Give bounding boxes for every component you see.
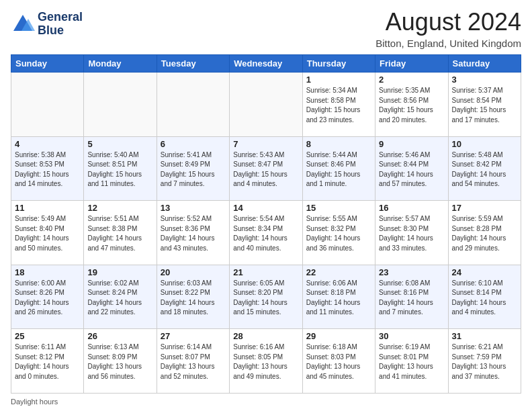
day-info: Sunrise: 6:16 AM Sunset: 8:05 PM Dayligh… [233,342,298,381]
calendar-cell: 9Sunrise: 5:46 AM Sunset: 8:44 PM Daylig… [375,136,448,201]
calendar-week-3: 11Sunrise: 5:49 AM Sunset: 8:40 PM Dayli… [11,201,521,265]
calendar-cell: 8Sunrise: 5:44 AM Sunset: 8:46 PM Daylig… [302,136,375,201]
day-number: 29 [306,331,371,341]
day-info: Sunrise: 5:55 AM Sunset: 8:32 PM Dayligh… [306,214,371,253]
calendar-cell: 28Sunrise: 6:16 AM Sunset: 8:05 PM Dayli… [230,329,302,394]
day-number: 15 [306,203,371,213]
day-number: 3 [452,75,517,85]
daylight-label: Daylight hours [11,398,58,406]
calendar-page: General Blue August 2024 Bitton, England… [0,0,532,411]
calendar-cell [157,73,229,137]
day-info: Sunrise: 6:10 AM Sunset: 8:14 PM Dayligh… [452,279,517,318]
col-wednesday: Wednesday [230,55,302,73]
calendar-cell: 10Sunrise: 5:48 AM Sunset: 8:42 PM Dayli… [448,136,521,201]
calendar-week-1: 1Sunrise: 5:34 AM Sunset: 8:58 PM Daylig… [11,73,521,137]
day-info: Sunrise: 6:08 AM Sunset: 8:16 PM Dayligh… [379,279,444,318]
calendar-cell: 26Sunrise: 6:13 AM Sunset: 8:09 PM Dayli… [84,329,157,394]
day-number: 7 [233,139,298,149]
day-info: Sunrise: 6:19 AM Sunset: 8:01 PM Dayligh… [379,342,444,381]
day-number: 5 [87,139,152,149]
day-number: 25 [15,331,80,341]
day-info: Sunrise: 5:38 AM Sunset: 8:53 PM Dayligh… [15,150,80,189]
calendar-cell: 31Sunrise: 6:21 AM Sunset: 7:59 PM Dayli… [448,329,521,394]
calendar-cell: 15Sunrise: 5:55 AM Sunset: 8:32 PM Dayli… [302,201,375,265]
day-info: Sunrise: 5:57 AM Sunset: 8:30 PM Dayligh… [379,214,444,253]
day-number: 16 [379,203,444,213]
title-section: August 2024 Bitton, England, United King… [375,8,521,49]
calendar-cell: 1Sunrise: 5:34 AM Sunset: 8:58 PM Daylig… [302,73,375,137]
day-info: Sunrise: 5:41 AM Sunset: 8:49 PM Dayligh… [161,150,226,189]
header: General Blue August 2024 Bitton, England… [11,8,521,49]
day-number: 4 [15,139,80,149]
calendar-cell: 11Sunrise: 5:49 AM Sunset: 8:40 PM Dayli… [11,201,84,265]
day-info: Sunrise: 5:51 AM Sunset: 8:38 PM Dayligh… [87,214,152,253]
day-info: Sunrise: 5:49 AM Sunset: 8:40 PM Dayligh… [15,214,80,253]
calendar-body: 1Sunrise: 5:34 AM Sunset: 8:58 PM Daylig… [11,73,521,394]
day-number: 26 [87,331,152,341]
day-info: Sunrise: 5:52 AM Sunset: 8:36 PM Dayligh… [161,214,226,253]
calendar-week-2: 4Sunrise: 5:38 AM Sunset: 8:53 PM Daylig… [11,136,521,201]
calendar-cell: 7Sunrise: 5:43 AM Sunset: 8:47 PM Daylig… [230,136,302,201]
day-info: Sunrise: 5:35 AM Sunset: 8:56 PM Dayligh… [379,86,444,125]
col-friday: Friday [375,55,448,73]
day-info: Sunrise: 6:05 AM Sunset: 8:20 PM Dayligh… [233,279,298,318]
calendar-cell: 5Sunrise: 5:40 AM Sunset: 8:51 PM Daylig… [84,136,157,201]
calendar-cell: 18Sunrise: 6:00 AM Sunset: 8:26 PM Dayli… [11,265,84,329]
logo-text-line1: General [38,11,83,24]
day-info: Sunrise: 6:02 AM Sunset: 8:24 PM Dayligh… [87,279,152,318]
day-info: Sunrise: 6:21 AM Sunset: 7:59 PM Dayligh… [452,342,517,381]
calendar-table: Sunday Monday Tuesday Wednesday Thursday… [11,54,521,394]
day-number: 13 [161,203,226,213]
day-info: Sunrise: 5:43 AM Sunset: 8:47 PM Dayligh… [233,150,298,189]
calendar-week-5: 25Sunrise: 6:11 AM Sunset: 8:12 PM Dayli… [11,329,521,394]
day-number: 10 [452,139,517,149]
calendar-header: Sunday Monday Tuesday Wednesday Thursday… [11,55,521,73]
day-number: 2 [379,75,444,85]
day-number: 19 [87,267,152,277]
day-number: 12 [87,203,152,213]
day-number: 28 [233,331,298,341]
day-number: 31 [452,331,517,341]
calendar-cell: 29Sunrise: 6:18 AM Sunset: 8:03 PM Dayli… [302,329,375,394]
calendar-cell [11,73,84,137]
day-info: Sunrise: 6:18 AM Sunset: 8:03 PM Dayligh… [306,342,371,381]
day-number: 30 [379,331,444,341]
day-number: 20 [161,267,226,277]
calendar-cell: 20Sunrise: 6:03 AM Sunset: 8:22 PM Dayli… [157,265,229,329]
footer: Daylight hours [11,398,521,406]
calendar-week-4: 18Sunrise: 6:00 AM Sunset: 8:26 PM Dayli… [11,265,521,329]
location: Bitton, England, United Kingdom [375,38,521,49]
day-info: Sunrise: 5:34 AM Sunset: 8:58 PM Dayligh… [306,86,371,125]
col-monday: Monday [84,55,157,73]
calendar-cell: 3Sunrise: 5:37 AM Sunset: 8:54 PM Daylig… [448,73,521,137]
day-info: Sunrise: 6:00 AM Sunset: 8:26 PM Dayligh… [15,279,80,318]
day-info: Sunrise: 5:46 AM Sunset: 8:44 PM Dayligh… [379,150,444,189]
calendar-cell: 19Sunrise: 6:02 AM Sunset: 8:24 PM Dayli… [84,265,157,329]
calendar-cell: 4Sunrise: 5:38 AM Sunset: 8:53 PM Daylig… [11,136,84,201]
day-number: 18 [15,267,80,277]
day-info: Sunrise: 6:14 AM Sunset: 8:07 PM Dayligh… [161,342,226,381]
logo: General Blue [11,11,83,38]
day-number: 6 [161,139,226,149]
col-tuesday: Tuesday [157,55,229,73]
day-number: 27 [161,331,226,341]
day-number: 8 [306,139,371,149]
calendar-cell: 13Sunrise: 5:52 AM Sunset: 8:36 PM Dayli… [157,201,229,265]
day-info: Sunrise: 6:13 AM Sunset: 8:09 PM Dayligh… [87,342,152,381]
col-sunday: Sunday [11,55,84,73]
col-thursday: Thursday [302,55,375,73]
day-info: Sunrise: 6:03 AM Sunset: 8:22 PM Dayligh… [161,279,226,318]
day-info: Sunrise: 5:48 AM Sunset: 8:42 PM Dayligh… [452,150,517,189]
calendar-cell: 24Sunrise: 6:10 AM Sunset: 8:14 PM Dayli… [448,265,521,329]
day-number: 9 [379,139,444,149]
logo-text-line2: Blue [38,24,83,38]
day-info: Sunrise: 5:44 AM Sunset: 8:46 PM Dayligh… [306,150,371,189]
col-saturday: Saturday [448,55,521,73]
calendar-cell: 12Sunrise: 5:51 AM Sunset: 8:38 PM Dayli… [84,201,157,265]
calendar-cell: 17Sunrise: 5:59 AM Sunset: 8:28 PM Dayli… [448,201,521,265]
day-info: Sunrise: 5:37 AM Sunset: 8:54 PM Dayligh… [452,86,517,125]
day-number: 22 [306,267,371,277]
day-info: Sunrise: 5:54 AM Sunset: 8:34 PM Dayligh… [233,214,298,253]
calendar-cell: 2Sunrise: 5:35 AM Sunset: 8:56 PM Daylig… [375,73,448,137]
day-info: Sunrise: 6:06 AM Sunset: 8:18 PM Dayligh… [306,279,371,318]
